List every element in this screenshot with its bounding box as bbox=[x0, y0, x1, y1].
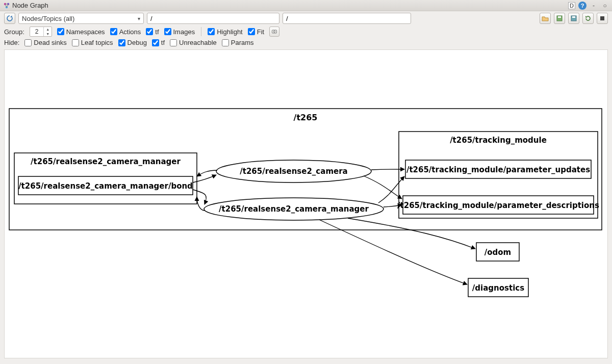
edge-camera-to-param-updates bbox=[371, 169, 404, 170]
edge-bond-to-camera-top bbox=[193, 175, 216, 183]
titlebar: Node Graph D ? ‐ ○ bbox=[0, 0, 612, 11]
chk-label: Dead sinks bbox=[34, 39, 66, 46]
chk-label: Highlight bbox=[217, 28, 243, 36]
chk-namespaces[interactable]: Namespaces bbox=[57, 28, 105, 36]
chk-dead-sinks-input[interactable] bbox=[24, 39, 32, 46]
chk-label: Images bbox=[173, 28, 195, 36]
chk-params[interactable]: Params bbox=[222, 39, 254, 46]
svg-rect-9 bbox=[572, 16, 575, 18]
refresh-icon[interactable] bbox=[582, 13, 594, 24]
group-row: Group: 2 ▲▼ Namespaces Actions tf Images… bbox=[0, 25, 612, 38]
stop-icon[interactable] bbox=[597, 13, 608, 24]
screenshot-icon[interactable] bbox=[269, 27, 279, 37]
app-icon bbox=[3, 2, 10, 9]
chk-highlight-input[interactable] bbox=[208, 28, 215, 35]
open-icon[interactable] bbox=[540, 13, 551, 24]
node-bond-label: /t265/realsense2_camera_manager/bond bbox=[18, 181, 193, 191]
chk-tf-input[interactable] bbox=[146, 28, 153, 35]
chevron-down-icon[interactable]: ▼ bbox=[44, 32, 51, 36]
chk-leaf-topics[interactable]: Leaf topics bbox=[72, 39, 113, 46]
chk-namespaces-input[interactable] bbox=[57, 28, 64, 35]
edge-manager-to-odom bbox=[348, 218, 475, 249]
chk-unreachable[interactable]: Unreachable bbox=[170, 39, 217, 46]
chevron-up-icon[interactable]: ▲ bbox=[44, 27, 51, 32]
maximize-button[interactable]: ○ bbox=[601, 2, 609, 10]
chk-tf[interactable]: tf bbox=[146, 28, 159, 36]
dropdown-value: Nodes/Topics (all) bbox=[22, 15, 74, 22]
view-mode-dropdown[interactable]: Nodes/Topics (all) bbox=[18, 13, 144, 24]
node-diagnostics-label: /diagnostics bbox=[472, 283, 524, 293]
chk-images-input[interactable] bbox=[164, 28, 171, 35]
chk-params-input[interactable] bbox=[222, 39, 229, 46]
filter-input-2[interactable] bbox=[283, 13, 411, 24]
chk-fit[interactable]: Fit bbox=[248, 28, 264, 36]
group-t265-label: /t265 bbox=[294, 113, 318, 122]
chk-label: Fit bbox=[257, 28, 264, 36]
save-icon[interactable] bbox=[554, 13, 565, 24]
chk-leaf-topics-input[interactable] bbox=[72, 39, 79, 46]
separator bbox=[201, 27, 201, 36]
edge-camera-to-group-lower bbox=[364, 176, 402, 199]
node-realsense2-camera-label: /t265/realsense2_camera bbox=[240, 167, 347, 176]
chk-label: Unreachable bbox=[179, 39, 217, 46]
node-param-updates-label: /t265/tracking_module/parameter_updates bbox=[406, 165, 590, 174]
chk-label: Leaf topics bbox=[81, 39, 113, 46]
chk-highlight[interactable]: Highlight bbox=[208, 28, 243, 36]
chk-actions-input[interactable] bbox=[110, 28, 117, 35]
chk-images[interactable]: Images bbox=[164, 28, 195, 36]
minimize-button[interactable]: ‐ bbox=[590, 2, 598, 10]
svg-point-12 bbox=[274, 31, 275, 32]
group-spinner[interactable]: 2 ▲▼ bbox=[30, 27, 52, 37]
help-icon[interactable]: ? bbox=[578, 2, 586, 10]
edge-manager-to-diagnostics bbox=[319, 220, 467, 284]
group-value: 2 bbox=[30, 27, 44, 36]
node-param-descriptions-label: /t265/tracking_module/parameter_descript… bbox=[397, 201, 599, 210]
chk-debug-input[interactable] bbox=[118, 39, 125, 46]
window-controls: D ? ‐ ○ bbox=[568, 2, 609, 10]
chk-label: Namespaces bbox=[66, 28, 105, 36]
chk-tf2-input[interactable] bbox=[152, 39, 159, 46]
save-as-icon[interactable] bbox=[568, 13, 579, 24]
group-tracking-module-label: /t265/tracking_module bbox=[450, 136, 547, 145]
chk-label: Actions bbox=[119, 28, 141, 36]
chk-label: Params bbox=[231, 39, 254, 46]
hide-label: Hide: bbox=[4, 39, 19, 46]
svg-rect-10 bbox=[600, 16, 604, 20]
d-menu[interactable]: D bbox=[568, 2, 575, 9]
reload-button[interactable] bbox=[4, 13, 15, 24]
chk-label: tf bbox=[155, 28, 159, 36]
svg-rect-7 bbox=[558, 16, 561, 18]
chk-label: Debug bbox=[128, 39, 147, 46]
chk-actions[interactable]: Actions bbox=[110, 28, 141, 36]
group-camera-manager-label: /t265/realsense2_camera_manager bbox=[31, 157, 181, 166]
chk-tf2[interactable]: tf bbox=[152, 39, 165, 46]
group-label: Group: bbox=[4, 28, 24, 36]
hide-row: Hide: Dead sinks Leaf topics Debug tf Un… bbox=[0, 38, 612, 47]
edge-bond-to-manager-bottom bbox=[193, 190, 206, 204]
chk-unreachable-input[interactable] bbox=[170, 39, 177, 46]
toolbar-right-icons bbox=[540, 13, 608, 24]
edge-manager-to-group-upper bbox=[378, 176, 404, 203]
chk-label: tf bbox=[161, 39, 165, 46]
toolbar: Nodes/Topics (all) bbox=[0, 11, 612, 25]
filter-input-1[interactable] bbox=[147, 13, 279, 24]
node-odom-label: /odom bbox=[484, 248, 511, 257]
window-title: Node Graph bbox=[12, 2, 48, 9]
chk-debug[interactable]: Debug bbox=[118, 39, 147, 46]
chk-dead-sinks[interactable]: Dead sinks bbox=[24, 39, 66, 46]
graph-canvas[interactable]: /t265 /t265/realsense2_camera_manager /t… bbox=[4, 49, 608, 358]
chk-fit-input[interactable] bbox=[248, 28, 255, 35]
node-realsense2-camera-manager-label: /t265/realsense2_camera_manager bbox=[219, 204, 369, 214]
